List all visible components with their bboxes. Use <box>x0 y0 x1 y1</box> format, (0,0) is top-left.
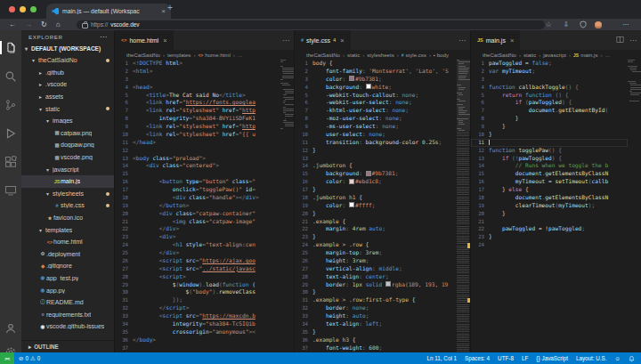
code-line[interactable]: 21.example { <box>295 218 457 226</box>
breadcrumb-item[interactable]: javascript <box>543 52 566 58</box>
code-line[interactable]: 27 vertical-align: middle; <box>295 265 457 273</box>
code-line[interactable]: 6 <link href="https://fonts.googlea <box>115 99 280 107</box>
code-line[interactable]: 20 <div class="catpaw-container" <box>115 210 280 218</box>
code-line[interactable]: 24.example > .row { <box>295 241 457 249</box>
code-line[interactable]: 24 <box>471 241 628 249</box>
new-tab-button[interactable]: + <box>167 3 173 12</box>
code-line[interactable]: 21 <box>471 218 628 226</box>
source-control-icon[interactable] <box>0 98 21 111</box>
cursor-position[interactable]: Ln 11, Col 1 <box>427 355 458 361</box>
editor-more-actions-icon[interactable]: ⋯ <box>282 36 289 44</box>
editor-tab-main-js[interactable]: JS main.js × <box>471 30 520 50</box>
code-line[interactable]: 15 document.getElementsByClassN <box>471 170 628 178</box>
code-line[interactable]: 16 color: #ebd1c8; <box>295 178 457 186</box>
code-line[interactable]: 7 -khtml-user-select: none; <box>295 107 457 115</box>
code-line[interactable]: 24 <h1 style="text-align:cen <box>115 241 280 249</box>
window-close-button[interactable] <box>9 6 15 12</box>
tree-item-main.js[interactable]: JSmain.js <box>21 175 114 188</box>
code-line[interactable]: 3 color: #9b7381; <box>295 76 457 84</box>
code-line[interactable]: 6 -webkit-user-select: none; <box>295 99 457 107</box>
code-line[interactable]: 22 margin: 4rem auto; <box>295 225 457 233</box>
code-line[interactable]: 31 }); <box>115 296 280 304</box>
code-line[interactable]: 14 // Runs when we toggle the b <box>471 162 628 170</box>
minimap[interactable] <box>628 60 641 352</box>
problems-status[interactable]: ⊘ 0 ⚠ 0 <box>19 355 40 362</box>
address-bar[interactable]: https://vscode.dev <box>77 20 545 29</box>
code-line[interactable]: 1pawToggled = false; <box>471 60 628 68</box>
code-line[interactable]: 33 height: auto; <box>295 312 457 320</box>
breadcrumb-item[interactable]: static <box>347 52 360 58</box>
code-line[interactable]: 18 <div class="handle"></div> <box>115 194 280 202</box>
code-line[interactable]: 1<!DOCTYPE html> <box>115 60 280 68</box>
tree-item-.deployment[interactable]: ⚙.deployment <box>21 248 114 261</box>
code-line[interactable]: 19 </button> <box>115 202 280 210</box>
code-line[interactable]: 19 clearTimeout(myTimeout); <box>471 202 628 210</box>
code-line[interactable]: 4<head> <box>115 84 280 92</box>
split-editor-icon[interactable] <box>616 36 624 45</box>
browser-tab[interactable]: main.js — default (Workspac × <box>46 4 171 19</box>
code-line[interactable]: 23} <box>471 233 628 241</box>
code-editor[interactable]: 1body {2 font-family: 'Montserrat', 'Lat… <box>295 60 471 352</box>
code-line[interactable]: 2<html> <box>115 68 280 76</box>
code-line[interactable]: 17 onclick="togglePaw()" id= <box>115 186 280 194</box>
breadcrumb-item[interactable]: theCatSaidNo <box>126 52 160 58</box>
search-icon[interactable] <box>0 69 21 83</box>
code-line[interactable]: 34 text-align: left; <box>295 320 457 328</box>
code-line[interactable]: 34 integrity="sha384-Tc5IQib <box>115 320 280 328</box>
shield-icon[interactable] <box>577 19 589 30</box>
code-line[interactable]: 36</body> <box>115 336 280 344</box>
code-line[interactable]: 2 font-family: 'Montserrat', 'Lato', 'S <box>295 68 457 76</box>
tab-close-icon[interactable]: × <box>161 7 166 15</box>
code-line[interactable]: 7 <link rel="stylesheet" href="http <box>115 107 280 115</box>
breadcrumb-item[interactable]: static <box>523 52 536 58</box>
remote-explorer-icon[interactable] <box>0 183 21 197</box>
code-line[interactable]: 13 <box>295 155 457 163</box>
code-line[interactable]: 14 <div class="centered"> <box>115 162 280 170</box>
breadcrumb-item[interactable]: … <box>605 52 611 58</box>
code-line[interactable]: 20} <box>295 210 457 218</box>
code-line[interactable]: 18.jumbotron h1 { <box>295 194 457 202</box>
window-zoom-button[interactable] <box>30 6 37 12</box>
tree-item-images[interactable]: ▾images <box>21 115 114 127</box>
breadcrumb-item[interactable]: ▪body <box>434 52 449 58</box>
reload-button[interactable]: ↻ <box>41 19 47 30</box>
code-line[interactable]: 37 font-weight: 600; <box>295 344 457 352</box>
code-line[interactable]: 35 crossorigin="anonymous">< <box>115 328 280 336</box>
breadcrumb-item[interactable]: theCatSaidNo <box>306 52 340 58</box>
code-line[interactable]: 5 return function () { <box>471 92 628 100</box>
code-line[interactable]: 17} <box>295 186 457 194</box>
code-line[interactable]: 30 $("body").removeClass <box>115 288 280 296</box>
code-line[interactable]: 27 <script src="../static/javasc <box>115 265 280 273</box>
code-line[interactable]: 29 $(window).load(function ( <box>115 281 280 289</box>
breadcrumb-item[interactable]: <>home.html <box>198 52 230 58</box>
editor-more-actions-icon[interactable]: ⋯ <box>629 36 637 44</box>
code-line[interactable]: 16 myTimeout = setTimeout(callb <box>471 178 628 186</box>
browser-menu-icon[interactable]: ⋯ <box>620 19 632 30</box>
tree-item-vscode.github-issues[interactable]: ◉vscode.github-issues <box>21 320 114 333</box>
tree-item-theCatSaidNo[interactable]: ▾theCatSaidNo <box>21 54 114 67</box>
code-line[interactable]: 2var myTimeout; <box>471 68 628 76</box>
code-line[interactable]: 29 border: 1px solid rgba(189, 193, 19 <box>295 281 457 289</box>
tree-item-style.css[interactable]: #style.css <box>21 199 114 212</box>
code-line[interactable]: 15 <box>115 170 280 178</box>
code-line[interactable]: 10 user-select: none; <box>295 131 457 139</box>
code-line[interactable]: 13<body class="preload"> <box>115 155 280 163</box>
code-line[interactable]: 12function togglePaw() { <box>471 147 628 155</box>
code-line[interactable]: 25 margin-top: 3rem; <box>295 249 457 257</box>
breadcrumb-item[interactable]: … <box>238 52 243 58</box>
code-line[interactable]: 17 } else { <box>471 186 628 194</box>
home-button[interactable]: ⌂ <box>56 19 61 30</box>
breadcrumb-item[interactable]: templates <box>167 52 191 58</box>
code-line[interactable]: 4 background: white; <box>295 84 457 92</box>
code-line[interactable]: 5 <title>The Cat said No</title> <box>115 92 280 100</box>
code-line[interactable]: 28 <script> <box>115 273 280 281</box>
favorites-icon[interactable]: ☆ <box>543 19 554 30</box>
accounts-icon[interactable] <box>0 321 21 335</box>
code-line[interactable]: 22 pawToggled = !pawToggled; <box>471 225 628 233</box>
code-line[interactable]: 9 } <box>471 123 628 131</box>
bell-icon[interactable] <box>629 355 635 362</box>
tree-item-.gitignore[interactable]: ◆.gitignore <box>21 260 114 272</box>
code-line[interactable]: 19 color: #ffff; <box>295 202 457 210</box>
tree-item-static[interactable]: ▾static <box>21 102 114 115</box>
code-line[interactable]: 23} <box>295 233 457 241</box>
